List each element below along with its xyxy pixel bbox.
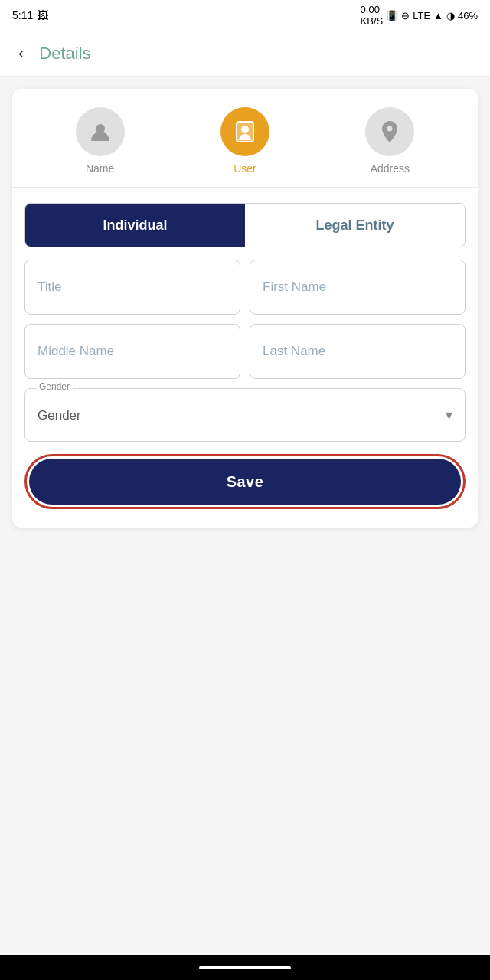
step-user[interactable]: User bbox=[220, 107, 270, 175]
lastname-field[interactable]: Last Name bbox=[250, 324, 466, 379]
top-bar: ‹ Details bbox=[0, 31, 490, 77]
middlename-lastname-row: Middle Name Last Name bbox=[24, 324, 466, 379]
status-image-icon: 🖼 bbox=[38, 9, 48, 21]
page-title: Details bbox=[39, 44, 90, 64]
gender-dropdown[interactable]: Gender Gender Male Female Other ▾ bbox=[24, 388, 466, 442]
address-step-icon bbox=[365, 107, 414, 156]
svg-point-4 bbox=[387, 126, 393, 132]
home-indicator bbox=[199, 966, 291, 969]
firstname-placeholder: First Name bbox=[263, 279, 326, 295]
step-name[interactable]: Name bbox=[76, 107, 125, 175]
middlename-placeholder: Middle Name bbox=[38, 344, 114, 359]
status-signal-icon: ▲ bbox=[433, 10, 443, 21]
save-button[interactable]: Save bbox=[29, 459, 461, 505]
status-lte-icon: LTE bbox=[413, 10, 430, 21]
svg-point-3 bbox=[241, 126, 249, 133]
back-button[interactable]: ‹ bbox=[12, 41, 30, 67]
legal-entity-tab[interactable]: Legal Entity bbox=[245, 204, 465, 247]
title-field[interactable]: Title bbox=[24, 260, 240, 315]
steps-row: Name User Address bbox=[12, 89, 478, 188]
status-battery-circle: ◑ bbox=[446, 10, 455, 21]
status-time: 5:11 bbox=[12, 9, 33, 21]
status-dnd-icon: ⊖ bbox=[401, 10, 410, 21]
status-battery: 46% bbox=[458, 10, 478, 21]
name-step-label: Name bbox=[86, 162, 114, 175]
step-address[interactable]: Address bbox=[365, 107, 414, 175]
toggle-tabs: Individual Legal Entity bbox=[24, 203, 466, 247]
status-vibrate-icon: 📳 bbox=[386, 10, 398, 21]
status-data: 0.00KB/S bbox=[361, 4, 384, 27]
status-bar: 5:11 🖼 0.00KB/S 📳 ⊖ LTE ▲ ◑ 46% bbox=[0, 0, 490, 31]
title-firstname-row: Title First Name bbox=[24, 260, 466, 315]
gender-select[interactable]: Gender Male Female Other bbox=[25, 389, 465, 441]
individual-tab[interactable]: Individual bbox=[25, 204, 245, 247]
user-step-icon bbox=[220, 107, 270, 156]
save-button-wrapper: Save bbox=[24, 454, 466, 509]
name-step-icon bbox=[76, 107, 125, 156]
gender-label: Gender bbox=[36, 381, 73, 392]
title-placeholder: Title bbox=[38, 279, 62, 295]
middlename-field[interactable]: Middle Name bbox=[24, 324, 240, 379]
address-step-label: Address bbox=[371, 162, 410, 175]
main-card: Name User Address I bbox=[12, 89, 478, 528]
lastname-placeholder: Last Name bbox=[263, 344, 325, 359]
user-step-label: User bbox=[234, 162, 256, 175]
form-fields: Title First Name Middle Name Last Name bbox=[12, 260, 478, 379]
firstname-field[interactable]: First Name bbox=[250, 260, 466, 315]
bottom-bar bbox=[0, 956, 490, 980]
